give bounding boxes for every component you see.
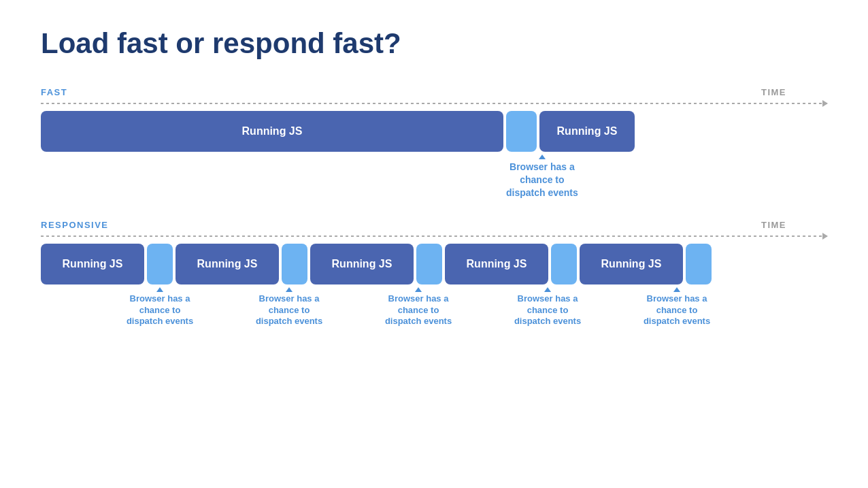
responsive-timeline-arrow	[41, 235, 827, 237]
resp-ann-1: Browser has achance todispatch events	[147, 287, 173, 328]
resp-ann-5: Browser has achance todispatch events	[664, 287, 690, 328]
fast-section: FAST TIME Running JS Running JS Browser …	[41, 87, 827, 199]
resp-ann-3: Browser has achance todispatch events	[405, 287, 431, 328]
fast-arrow-line	[41, 103, 827, 104]
fast-label: FAST	[41, 87, 67, 97]
responsive-blocks: Running JS Running JS Running JS Running…	[41, 244, 827, 284]
responsive-arrow-line	[41, 235, 827, 237]
fast-annotation-area: Browser has achance todispatch events	[41, 154, 827, 199]
resp-annotations-row: Browser has achance todispatch events Br…	[41, 287, 827, 328]
responsive-label: RESPONSIVE	[41, 220, 109, 230]
fast-annotation-text: Browser has achance todispatch events	[506, 161, 578, 199]
resp-blocks-and-annotations: Running JS Running JS Running JS Running…	[41, 244, 827, 328]
resp-running-4: Running JS	[445, 244, 548, 284]
page-title: Load fast or respond fast?	[41, 27, 827, 60]
fast-running-js-2: Running JS	[539, 111, 635, 152]
resp-gap-5	[686, 244, 712, 284]
resp-gap-2	[282, 244, 307, 284]
resp-running-1: Running JS	[41, 244, 144, 284]
resp-ann-4: Browser has achance todispatch events	[535, 287, 561, 328]
fast-timeline-arrow	[41, 103, 827, 104]
fast-annotation-block: Browser has achance todispatch events	[506, 154, 578, 199]
resp-running-3: Running JS	[310, 244, 414, 284]
resp-running-2: Running JS	[176, 244, 279, 284]
resp-gap-3	[416, 244, 442, 284]
resp-gap-1	[147, 244, 173, 284]
fast-arrow-head	[539, 154, 546, 159]
fast-blocks: Running JS Running JS	[41, 111, 827, 152]
fast-time-label: TIME	[761, 87, 786, 97]
fast-running-js-1: Running JS	[41, 111, 503, 152]
responsive-time-label: TIME	[761, 220, 786, 230]
responsive-section: RESPONSIVE TIME Running JS Running JS Ru…	[41, 220, 827, 328]
resp-running-5: Running JS	[580, 244, 683, 284]
fast-blocks-wrapper: Running JS Running JS Browser has achanc…	[41, 111, 827, 199]
resp-gap-4	[551, 244, 577, 284]
resp-ann-2: Browser has achance todispatch events	[276, 287, 302, 328]
fast-gap-1	[506, 111, 537, 152]
